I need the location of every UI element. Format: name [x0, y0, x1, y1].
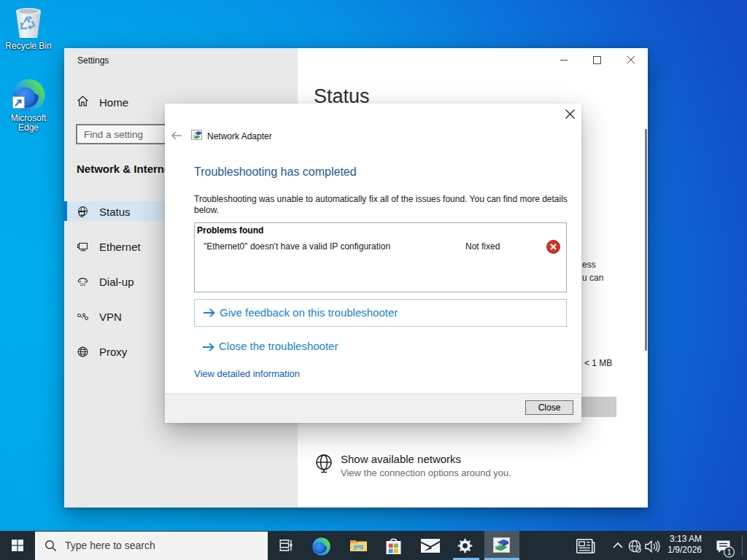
svg-text:1: 1 [727, 548, 732, 556]
